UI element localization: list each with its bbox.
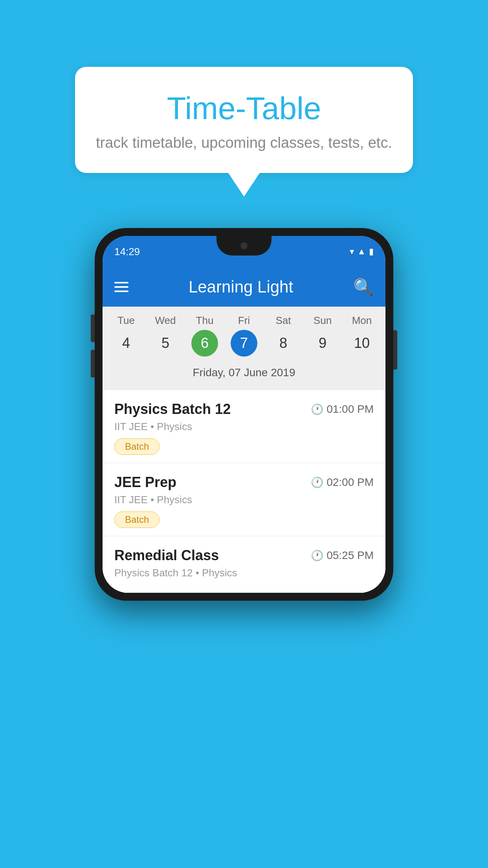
schedule-item-physics-batch-12[interactable]: Physics Batch 12 🕐 01:00 PM IIT JEE • Ph… — [103, 390, 385, 463]
schedule-subtitle-1: IIT JEE • Physics — [114, 421, 374, 433]
schedule-item-header-3: Remedial Class 🕐 05:25 PM — [114, 547, 374, 564]
phone-screen: 14:29 ▾ ▲ ▮ Learning Light 🔍 — [103, 236, 385, 593]
time-text-2: 02:00 PM — [327, 476, 374, 489]
power-button[interactable] — [393, 330, 397, 370]
day-label-sun: Sun — [314, 314, 332, 327]
speech-bubble-tail — [228, 173, 260, 197]
schedule-title-3: Remedial Class — [114, 547, 219, 564]
schedule-time-1: 🕐 01:00 PM — [311, 403, 374, 416]
app-bar: Learning Light 🔍 — [103, 267, 385, 307]
clock-icon-3: 🕐 — [311, 550, 323, 562]
schedule-list: Physics Batch 12 🕐 01:00 PM IIT JEE • Ph… — [103, 390, 385, 593]
day-label-thu: Thu — [196, 314, 214, 327]
day-cell-mon[interactable]: Mon 10 — [344, 314, 380, 357]
volume-down-button[interactable] — [91, 350, 95, 377]
phone-mockup: 14:29 ▾ ▲ ▮ Learning Light 🔍 — [95, 228, 393, 601]
feature-title: Time-Table — [95, 90, 393, 127]
schedule-time-2: 🕐 02:00 PM — [311, 476, 374, 489]
schedule-subtitle-3: Physics Batch 12 • Physics — [114, 567, 374, 579]
clock-icon-2: 🕐 — [311, 476, 323, 489]
speech-bubble: Time-Table track timetable, upcoming cla… — [75, 67, 413, 173]
status-icons: ▾ ▲ ▮ — [350, 246, 374, 257]
volume-up-button[interactable] — [91, 314, 95, 342]
schedule-time-3: 🕐 05:25 PM — [311, 549, 374, 562]
calendar-strip: Tue 4 Wed 5 Thu 6 Fri — [103, 307, 385, 390]
phone-outer-shell: 14:29 ▾ ▲ ▮ Learning Light 🔍 — [95, 228, 393, 601]
day-number-10[interactable]: 10 — [349, 330, 375, 357]
day-cell-sun[interactable]: Sun 9 — [305, 314, 340, 357]
day-cell-thu[interactable]: Thu 6 — [187, 314, 222, 357]
day-cell-sat[interactable]: Sat 8 — [266, 314, 301, 357]
battery-icon: ▮ — [369, 246, 374, 257]
days-row: Tue 4 Wed 5 Thu 6 Fri — [106, 314, 382, 357]
day-label-sat: Sat — [275, 314, 291, 327]
feature-subtitle: track timetable, upcoming classes, tests… — [95, 134, 393, 151]
day-label-mon: Mon — [352, 314, 372, 327]
schedule-item-jee-prep[interactable]: JEE Prep 🕐 02:00 PM IIT JEE • Physics Ba… — [103, 463, 385, 536]
day-cell-tue[interactable]: Tue 4 — [108, 314, 144, 357]
wifi-icon: ▾ — [350, 246, 354, 257]
day-number-5[interactable]: 5 — [152, 330, 179, 357]
selected-date-label: Friday, 07 June 2019 — [106, 360, 382, 386]
day-number-8[interactable]: 8 — [270, 330, 297, 357]
schedule-item-header-1: Physics Batch 12 🕐 01:00 PM — [114, 401, 374, 417]
schedule-item-header-2: JEE Prep 🕐 02:00 PM — [114, 474, 374, 491]
day-number-6-today[interactable]: 6 — [191, 330, 218, 357]
status-bar: 14:29 ▾ ▲ ▮ — [103, 236, 385, 267]
day-label-tue: Tue — [117, 314, 135, 327]
status-time: 14:29 — [114, 246, 140, 258]
schedule-title-2: JEE Prep — [114, 474, 176, 491]
schedule-item-remedial-class[interactable]: Remedial Class 🕐 05:25 PM Physics Batch … — [103, 536, 385, 593]
hamburger-menu-icon[interactable] — [114, 282, 128, 292]
day-number-9[interactable]: 9 — [309, 330, 336, 357]
day-cell-fri[interactable]: Fri 7 — [226, 314, 262, 357]
schedule-title-1: Physics Batch 12 — [114, 401, 231, 417]
signal-icon: ▲ — [357, 246, 366, 257]
front-camera — [240, 242, 248, 249]
app-title: Learning Light — [189, 278, 293, 296]
clock-icon-1: 🕐 — [311, 403, 323, 416]
day-number-7-selected[interactable]: 7 — [231, 330, 257, 357]
schedule-subtitle-2: IIT JEE • Physics — [114, 494, 374, 506]
batch-badge-1: Batch — [114, 438, 160, 455]
phone-notch — [216, 236, 272, 256]
batch-badge-2: Batch — [114, 511, 160, 528]
day-label-wed: Wed — [155, 314, 176, 327]
time-text-1: 01:00 PM — [327, 403, 374, 416]
time-text-3: 05:25 PM — [327, 549, 374, 562]
day-label-fri: Fri — [238, 314, 250, 327]
search-icon[interactable]: 🔍 — [353, 278, 374, 297]
speech-bubble-container: Time-Table track timetable, upcoming cla… — [75, 67, 413, 197]
day-cell-wed[interactable]: Wed 5 — [148, 314, 183, 357]
day-number-4[interactable]: 4 — [113, 330, 139, 357]
